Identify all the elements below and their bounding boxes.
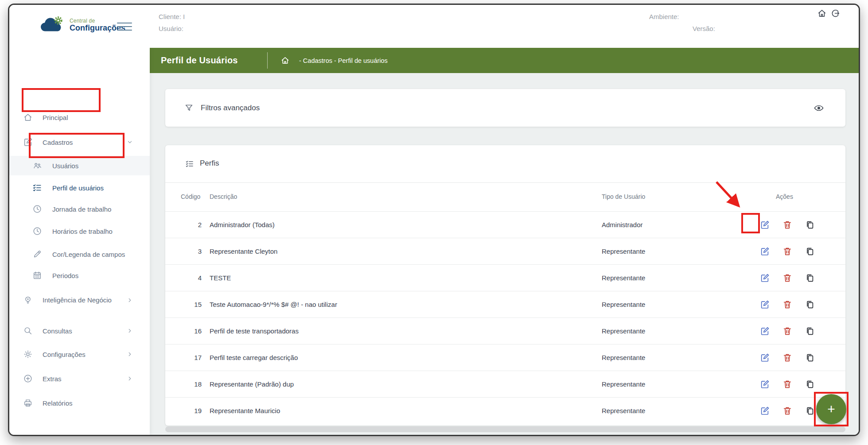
sidebar-item-periodos[interactable]: Periodos: [9, 266, 150, 285]
sidebar-item-perfil-de-usuarios[interactable]: Perfil de usuários: [9, 178, 150, 197]
edit-button[interactable]: [760, 353, 770, 363]
eye-icon[interactable]: [814, 103, 824, 113]
cell-descricao: Teste Automacao-9*/*% $# @! - nao utiliz…: [210, 291, 337, 318]
sidebar-item-label: Periodos: [52, 272, 78, 279]
page-header: Perfil de Usuários - Cadastros - Perfil …: [150, 48, 859, 73]
cell-descricao: Perfil de teste transportadoras: [210, 318, 299, 344]
home-icon[interactable]: [817, 8, 827, 18]
pencil-icon: [32, 249, 42, 259]
main-content: Perfil de Usuários - Cadastros - Perfil …: [150, 48, 859, 435]
table-row: 4 TESTE Representante: [165, 264, 845, 291]
chevron-right-icon: [127, 328, 133, 334]
copy-button[interactable]: [805, 247, 815, 256]
sidebar-item-horarios-de-trabalho[interactable]: Horários de trabalho: [9, 221, 150, 241]
copy-button[interactable]: [805, 273, 815, 283]
breadcrumb-home-icon[interactable]: [280, 56, 290, 65]
sidebar-item-cadastros[interactable]: Cadastros: [9, 132, 150, 152]
divider: [267, 52, 268, 69]
clock-icon: [32, 204, 42, 214]
horizontal-scrollbar[interactable]: [165, 426, 845, 432]
app-logo: Central de Configurações: [38, 12, 126, 39]
search-icon: [23, 326, 33, 336]
table-row: 15 Teste Automacao-9*/*% $# @! - nao uti…: [165, 291, 845, 317]
sidebar-item-label: Extras: [43, 375, 62, 383]
table-row: 3 Representante Cleyton Representante: [165, 238, 845, 264]
add-profile-fab-button[interactable]: +: [816, 394, 846, 424]
breadcrumb: - Cadastros - Perfil de usuários: [299, 57, 388, 64]
sidebar-toggle-hamburger-icon[interactable]: [117, 23, 132, 31]
lightbulb-icon: [23, 295, 33, 305]
gear-icon: [23, 349, 33, 359]
cell-descricao: Representante Cleyton: [210, 238, 277, 265]
sidebar-item-configuracoes[interactable]: Configurações: [9, 344, 150, 364]
profiles-card: Perfis Código Descrição Tipo de Usuário …: [165, 145, 845, 426]
table-row: 16 Perfil de teste transportadoras Repre…: [165, 317, 845, 344]
profiles-title: Perfis: [200, 159, 219, 168]
sidebar-item-principal[interactable]: Principal: [9, 108, 150, 127]
sidebar-item-relatorios[interactable]: Relatórios: [9, 393, 150, 413]
calendar-icon: [32, 271, 42, 280]
sidebar-item-label: Horários de trabalho: [52, 228, 113, 235]
table-row: 18 Representante (Padrão) dup Representa…: [165, 371, 845, 397]
printer-icon: [23, 398, 33, 408]
advanced-filters-panel[interactable]: Filtros avançados: [165, 89, 845, 127]
cell-codigo: 17: [170, 344, 202, 371]
edit-button[interactable]: [760, 406, 770, 416]
copy-button[interactable]: [805, 326, 815, 336]
chevron-down-icon: [127, 139, 133, 145]
copy-button[interactable]: [805, 220, 815, 230]
table-row: 17 Perfil teste carregar descrição Repre…: [165, 344, 845, 371]
delete-button[interactable]: [782, 220, 792, 230]
edit-button[interactable]: [760, 326, 770, 336]
chevron-right-icon: [127, 297, 133, 303]
sidebar-item-label: Usuários: [52, 162, 78, 170]
edit-button[interactable]: [760, 273, 770, 283]
delete-button[interactable]: [782, 379, 792, 389]
copy-button[interactable]: [805, 300, 815, 310]
logout-icon[interactable]: [830, 8, 840, 18]
edit-button[interactable]: [760, 220, 770, 230]
cell-tipo: Representante: [602, 238, 645, 265]
client-value: I: [183, 13, 185, 20]
cell-tipo: Representante: [602, 265, 645, 291]
delete-button[interactable]: [782, 353, 792, 363]
edit-button[interactable]: [760, 247, 770, 256]
checklist-icon: [185, 159, 194, 168]
sidebar-item-label: Configurações: [43, 351, 86, 358]
sidebar-item-jornada-de-trabalho[interactable]: Jornada de trabalho: [9, 199, 150, 219]
col-header-acoes: Ações: [776, 193, 793, 200]
col-header-tipo: Tipo de Usuário: [602, 193, 645, 200]
topbar: Central de Configurações Cliente: I Usuá…: [9, 5, 859, 48]
copy-button[interactable]: [805, 406, 815, 416]
sidebar-item-label: Inteligência de Negócio: [43, 295, 113, 305]
cell-tipo: Representante: [602, 398, 645, 424]
copy-button[interactable]: [805, 353, 815, 363]
filters-title: Filtros avançados: [201, 104, 260, 112]
cell-descricao: Representante (Padrão) dup: [210, 371, 294, 398]
users-icon: [32, 161, 42, 170]
sidebar-item-extras[interactable]: Extras: [9, 369, 150, 388]
chevron-right-icon: [127, 351, 133, 357]
sidebar-item-consultas[interactable]: Consultas: [9, 321, 150, 341]
cell-descricao: Representante Mauricio: [210, 398, 280, 424]
sidebar-item-inteligencia-de-negocio[interactable]: Inteligência de Negócio: [9, 287, 150, 313]
cell-codigo: 4: [170, 265, 202, 291]
sidebar-item-label: Perfil de usuários: [52, 184, 104, 192]
table-row: 19 Representante Mauricio Representante: [165, 397, 845, 424]
edit-button[interactable]: [760, 300, 770, 310]
edit-button[interactable]: [760, 379, 770, 389]
chevron-right-icon: [127, 375, 133, 382]
cell-codigo: 3: [170, 238, 202, 265]
delete-button[interactable]: [782, 406, 792, 416]
delete-button[interactable]: [782, 247, 792, 256]
delete-button[interactable]: [782, 326, 792, 336]
sidebar-item-usuarios[interactable]: Usuários: [9, 156, 150, 175]
delete-button[interactable]: [782, 300, 792, 310]
sidebar-item-cor-legenda-de-campos[interactable]: Cor/Legenda de campos: [9, 244, 150, 264]
filter-funnel-icon: [184, 103, 194, 112]
table-row: 2 Administrador (Todas) Administrador: [165, 211, 845, 238]
cell-descricao: Perfil teste carregar descrição: [210, 344, 298, 371]
delete-button[interactable]: [782, 273, 792, 283]
copy-button[interactable]: [805, 379, 815, 389]
cell-codigo: 2: [170, 212, 202, 238]
